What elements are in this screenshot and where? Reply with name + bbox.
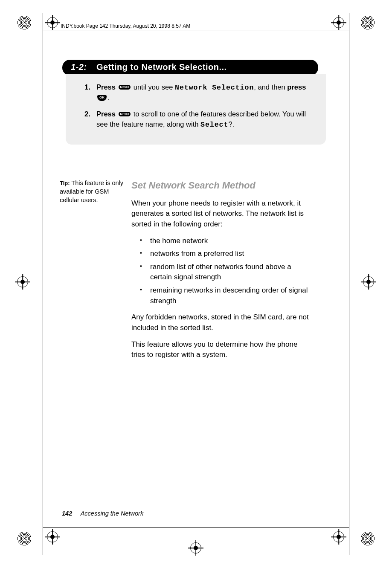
- menu-key-icon: MENU: [119, 85, 131, 90]
- step-number: 2.: [84, 109, 90, 120]
- crop-ornament-icon: [360, 15, 375, 30]
- step-number: 1.: [84, 82, 90, 93]
- crop-frame: [43, 13, 43, 555]
- registration-mark-icon: [333, 531, 345, 543]
- registration-mark-icon: [17, 276, 29, 288]
- step-1: 1. Press MENU until you see Network Sele…: [87, 82, 315, 103]
- registration-mark-icon: [190, 542, 202, 554]
- list-item: networks from a preferred list: [148, 249, 311, 259]
- list-item: random list of other networks found abov…: [148, 262, 311, 283]
- lcd-text: Select: [200, 121, 228, 129]
- crop-frame: [43, 527, 349, 528]
- subheading: Set Network Search Method: [131, 179, 311, 192]
- crop-frame: [349, 13, 349, 555]
- running-head: INDY.book Page 142 Thursday, August 20, …: [61, 23, 190, 29]
- section-heading-bar: 1-2: Getting to Network Selection...: [62, 60, 318, 75]
- crop-frame: [43, 31, 349, 31]
- section-title: Getting to Network Selection...: [96, 62, 227, 72]
- footer-label: Accessing the Network: [81, 510, 143, 517]
- margin-tip: Tip: This feature is only available for …: [60, 179, 131, 366]
- registration-mark-icon: [47, 17, 59, 29]
- paragraph: Any forbidden networks, stored in the SI…: [131, 312, 311, 333]
- press-label: Press: [96, 83, 116, 91]
- step-text: , and then: [254, 83, 287, 91]
- paragraph: This feature allows you to determine how…: [131, 339, 311, 360]
- registration-mark-icon: [333, 17, 345, 29]
- step-text: until you see: [131, 83, 175, 91]
- press-label: Press: [96, 110, 116, 118]
- registration-mark-icon: [47, 531, 59, 543]
- press-label: press: [287, 83, 306, 91]
- step-text: .: [107, 94, 110, 101]
- steps-panel: 1. Press MENU until you see Network Sele…: [66, 74, 326, 145]
- registration-mark-icon: [363, 276, 375, 288]
- ok-key-icon: OK: [97, 95, 107, 101]
- crop-ornament-icon: [17, 531, 32, 546]
- list-item: remaining networks in descending order o…: [148, 285, 311, 306]
- paragraph: When your phone needs to register with a…: [131, 198, 311, 230]
- step-2: 2. Press MENU to scroll to one of the fe…: [87, 109, 315, 130]
- step-text: ?.: [228, 120, 234, 128]
- list-item: the home network: [148, 236, 311, 246]
- section-number: 1-2:: [71, 62, 87, 72]
- page-number: 142: [62, 510, 72, 517]
- bullet-list: the home network networks from a preferr…: [131, 236, 311, 307]
- crop-ornament-icon: [17, 15, 32, 30]
- crop-ornament-icon: [360, 531, 375, 546]
- lcd-text: Network Selection: [175, 84, 254, 92]
- menu-key-icon: MENU: [119, 112, 131, 116]
- page-footer: 142 Accessing the Network: [62, 510, 143, 517]
- tip-label: Tip:: [60, 180, 70, 186]
